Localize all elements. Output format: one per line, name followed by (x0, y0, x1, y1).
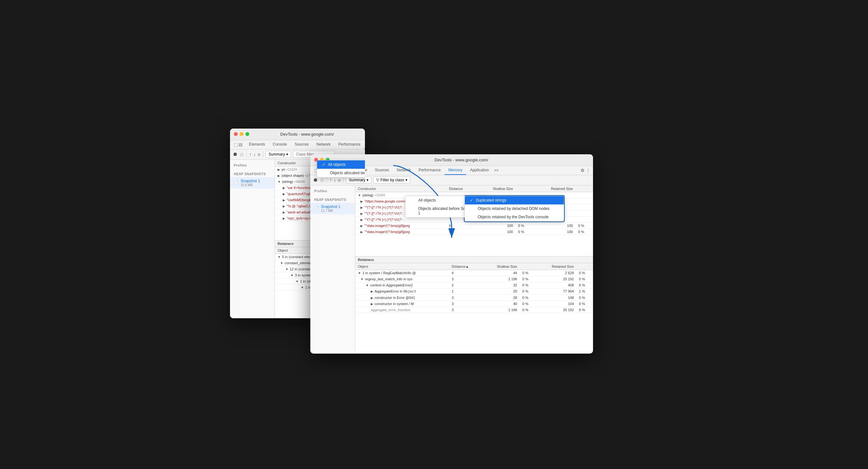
tab-console-1[interactable]: Console (269, 140, 291, 149)
retainers-scroll-2[interactable]: Object Distance▲ Shallow Size Retained S… (355, 263, 593, 351)
ret-col-retained-2: Retained Size (536, 263, 576, 270)
filter-dropdown-container-2: ✓ Duplicated strings Objects retained by… (465, 196, 564, 222)
window-title-2: DevTools - www.google.com/ (334, 157, 589, 162)
retainers-table-2: Object Distance▲ Shallow Size Retained S… (355, 263, 593, 313)
snapshot-icon-1: 📄 (234, 180, 239, 185)
sep-4 (343, 177, 343, 183)
col-constructor-2: Constructor (355, 185, 446, 192)
sidebar-2: Profiles HEAP SNAPSHOTS 📄 Snapshot 1 11.… (310, 185, 355, 351)
traffic-lights-1 (234, 132, 249, 136)
summary-chevron-1: ▾ (286, 152, 288, 156)
tab-sources-1[interactable]: Sources (291, 140, 313, 149)
devtools-icon-1[interactable]: ⬚ (234, 142, 238, 147)
check-icon-2: ✓ (470, 198, 473, 203)
tab-sources-2[interactable]: Sources (371, 166, 393, 175)
summary-dropdown-2[interactable]: Summary ▾ (346, 176, 371, 183)
dropdown-1: ✓ All objects Objects allocated before S… (317, 160, 365, 177)
table-row[interactable]: ▼regexp_last_match_info in sys 3 1 1960 … (355, 276, 593, 282)
main-content-2: Constructor Distance Shallow Size Retain… (355, 185, 593, 351)
snapshot-icon-2: 📄 (314, 206, 319, 210)
tab-overflow-2[interactable]: >> (494, 168, 499, 173)
heap-snapshots-title-2: HEAP SNAPSHOTS (310, 197, 355, 203)
summary-dropdown-1[interactable]: Summary ▾ (266, 151, 291, 158)
ret-col-object-2: Object (355, 263, 449, 270)
titlebar-1: DevTools - www.google.com/ (230, 128, 365, 140)
tab-network-2[interactable]: Network (393, 166, 415, 175)
stop-btn-1[interactable]: ⊘ (240, 151, 244, 157)
snapshot1-label-2: Snapshot 1 (321, 204, 341, 209)
tab-performance-1[interactable]: Performance (334, 140, 364, 149)
col-retained-pct-2 (575, 185, 593, 192)
snapshot1-item-2[interactable]: 📄 Snapshot 1 11.7 MB (310, 203, 355, 214)
sep-2 (263, 151, 263, 157)
ret-col-shallow-2: Shallow Size (482, 263, 520, 270)
filter-btn-2[interactable]: ⌾ (338, 177, 341, 183)
table-row[interactable]: ▶constructor in system / M 3 400 % 1040 … (355, 300, 593, 307)
gear-icon-2[interactable]: ⚙ (581, 168, 585, 173)
devtools-body-2: Profiles HEAP SNAPSHOTS 📄 Snapshot 1 11.… (310, 185, 593, 351)
filter-dropdown-2: ✓ Duplicated strings Objects retained by… (465, 196, 564, 222)
dropdown-item-duplicated-2[interactable]: ✓ Duplicated strings (465, 196, 564, 204)
snapshot1-size-2: 11.7 MB (321, 209, 341, 212)
filter-label-2: Filter by class (380, 178, 404, 182)
dropdown-item-devtools-console-2[interactable]: Objects retained by the DevTools console (465, 213, 564, 221)
upload-btn-1[interactable]: ↑ (249, 152, 251, 157)
dropdown-item-before-snapshot-1[interactable]: Objects allocated before Snapshot 1 (317, 169, 365, 177)
window-2: DevTools - www.google.com/ ⬚ ⊟ Elements … (310, 154, 593, 354)
summary-chevron-2: ▾ (367, 178, 369, 182)
upload-btn-2[interactable]: ↑ (330, 177, 332, 183)
table-row[interactable]: ▶"^data:image\/(?:bmp|gif|jpeg 4 1000 % … (355, 229, 593, 235)
tab-performance-2[interactable]: Performance (415, 166, 444, 175)
tab-memory-2[interactable]: Memory (444, 166, 466, 175)
col-retained-2: Retained Size (533, 185, 575, 192)
summary-label-2: Summary (349, 178, 365, 182)
table-row[interactable]: ▼1 in system / RegExpMatchInfo @ 4 440 %… (355, 270, 593, 276)
col-distance-2: Distance (446, 185, 476, 192)
record-btn-2[interactable]: ⏺ (313, 177, 318, 183)
close-button-1[interactable] (234, 132, 238, 136)
ret-col-shallow-pct-2 (520, 263, 536, 270)
table-row[interactable]: aggregate_error_function 3 1 1960 % 25 1… (355, 307, 593, 313)
minimize-button-1[interactable] (240, 132, 244, 136)
sep-3 (327, 177, 327, 183)
dropdown-item-detached-2[interactable]: Objects retained by detached DOM nodes (465, 204, 564, 213)
heap-snapshots-title-1: HEAP SNAPSHOTS (230, 171, 275, 177)
dropdown-item-all-objects-1[interactable]: ✓ All objects (317, 160, 365, 169)
record-btn-1[interactable]: ⏺ (232, 151, 238, 157)
snapshot1-size-1: 15.8 MB (241, 183, 260, 187)
snapshot1-item-1[interactable]: 📄 Snapshot 1 15.8 MB (230, 177, 275, 188)
window-title-1: DevTools - www.google.com/ (253, 132, 361, 137)
table-row[interactable]: ▼context in AggregateError() 2 320 % 408… (355, 282, 593, 288)
snapshot1-label-1: Snapshot 1 (241, 179, 260, 183)
funnel-icon-2: ▽ (376, 178, 379, 182)
split-icon-1[interactable]: ⊟ (239, 142, 243, 147)
tab-application-2[interactable]: Application (466, 166, 493, 175)
filter-chevron-2: ▾ (405, 178, 407, 182)
col-shallow-pct-2 (516, 185, 533, 192)
table-row[interactable]: ▶"^data:image\/(?:bmp|gif|jpeg 6 1000 % … (355, 223, 593, 229)
tab-memory-1[interactable]: Memory (364, 140, 365, 149)
download-btn-2[interactable]: ↓ (334, 177, 336, 183)
retainers-header-2: Retainers (355, 256, 593, 263)
more-icon-2[interactable]: ⋮ (586, 168, 590, 173)
tab-bar-1: ⬚ ⊟ Elements Console Sources Network Per… (230, 140, 365, 149)
filter-btn-1[interactable]: ⌾ (258, 152, 260, 157)
tab-network-1[interactable]: Network (313, 140, 334, 149)
maximize-button-1[interactable] (245, 132, 249, 136)
ret-col-distance-2: Distance▲ (449, 263, 482, 270)
sidebar-1: Profiles HEAP SNAPSHOTS 📄 Snapshot 1 15.… (230, 160, 275, 318)
profiles-title-1: Profiles (230, 162, 275, 169)
download-btn-1[interactable]: ↓ (253, 152, 256, 157)
ret-col-retained-pct-2 (576, 263, 593, 270)
summary-label-1: Summary (269, 152, 285, 156)
checkmark-icon-1: ✓ (322, 162, 326, 167)
filter-by-class-btn-2[interactable]: ▽ Filter by class ▾ (373, 176, 410, 183)
table-row[interactable]: ▶AggregateError in Object 1 200 % 77 904… (355, 288, 593, 294)
col-shallow-2: Shallow Size (476, 185, 516, 192)
tab-elements-1[interactable]: Elements (245, 140, 269, 149)
stop-btn-2[interactable]: ⊘ (320, 177, 324, 183)
profiles-title-2: Profiles (310, 188, 355, 194)
sep-1 (246, 151, 247, 157)
table-row[interactable]: ▶constructor in Error @541 3 280 % 1480 … (355, 294, 593, 300)
